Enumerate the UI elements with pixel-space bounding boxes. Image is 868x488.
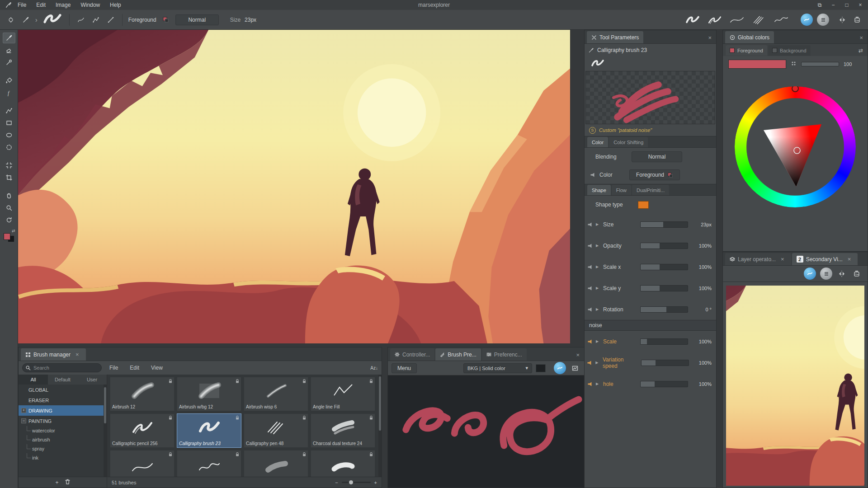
group-watercolor[interactable]: watercolor [19, 426, 107, 435]
brush-card[interactable]: Airbrush w/bg 12 [177, 377, 241, 411]
close-window-button[interactable]: × [857, 2, 863, 8]
opacity-slider[interactable] [640, 243, 688, 249]
color-stack-icon[interactable] [160, 14, 171, 25]
search-input[interactable] [22, 363, 102, 372]
sidebar-scrollbar[interactable] [104, 385, 107, 477]
expander-icon[interactable]: ▶ [596, 244, 600, 248]
group-painting[interactable]: −PAINTING [19, 416, 107, 426]
brush-card-selected[interactable]: Calligraphy brush 23 [177, 413, 241, 448]
sv-triangle[interactable] [750, 102, 840, 192]
group-ink[interactable]: ink [19, 453, 107, 462]
freehand-mode-icon[interactable] [75, 14, 86, 25]
menu-file[interactable]: File [13, 0, 31, 10]
tab-preferences[interactable]: Preferenc... [482, 348, 527, 361]
symmetry-setup-tool[interactable] [3, 142, 15, 153]
current-color-bar[interactable] [728, 60, 786, 69]
delete-group-icon[interactable] [65, 479, 70, 486]
swap-colors-icon[interactable]: ⇄ [859, 47, 865, 54]
ellipse-tool[interactable] [3, 130, 15, 141]
sort-icon[interactable]: Az↓ [370, 366, 378, 371]
scale-y-slider[interactable] [640, 285, 688, 291]
symmetry-icon[interactable] [837, 14, 848, 25]
close-icon[interactable]: × [857, 34, 865, 41]
input-mapping-icon[interactable] [586, 360, 593, 366]
tab-flow[interactable]: Flow [612, 185, 631, 195]
brush-card[interactable] [311, 450, 375, 477]
brush-preview-canvas[interactable] [388, 375, 584, 488]
rotation-slider[interactable] [640, 306, 688, 313]
scale-x-slider[interactable] [640, 264, 688, 270]
zoom-out-button[interactable]: − [335, 480, 338, 485]
maximize-window-button[interactable]: □ [844, 2, 850, 8]
value-slider[interactable] [801, 62, 839, 66]
tab-secondary-view[interactable]: 2 Secondary Vi... × [792, 253, 858, 265]
zoom-slider[interactable] [342, 482, 371, 483]
brush-card[interactable]: Airbrush 12 [110, 377, 175, 411]
favorite-brush-button-5[interactable] [772, 13, 790, 27]
close-icon[interactable]: × [574, 352, 582, 358]
size-value[interactable]: 23px [245, 17, 256, 23]
rotate-view-tool[interactable] [3, 215, 15, 225]
crop-tool[interactable] [3, 172, 15, 183]
preview-menu-button[interactable]: Menu [392, 363, 417, 373]
tab-brush-preview[interactable]: Brush Pre... [435, 348, 481, 361]
toolbar-overflow-icon[interactable] [5, 14, 16, 25]
blending-dropdown[interactable]: Normal [632, 151, 682, 162]
active-brush-stroke-preview[interactable] [42, 11, 63, 28]
color-source-dropdown[interactable]: Foreground [629, 169, 680, 180]
pan-view-tool[interactable] [3, 190, 15, 201]
straight-line-mode-icon[interactable] [105, 14, 116, 25]
expander-icon[interactable]: ▶ [596, 222, 600, 226]
expander-icon[interactable]: ▶ [596, 265, 600, 269]
expand-icon[interactable]: + [21, 408, 26, 413]
custom-input-row[interactable]: S Custom "patatoid noise" [585, 124, 716, 136]
tab-shape[interactable]: Shape [587, 185, 611, 195]
add-group-button[interactable]: + [55, 479, 58, 486]
scratchpad-button[interactable] [801, 14, 813, 26]
blend-jar-icon[interactable] [851, 268, 862, 279]
tab-dualprimitive[interactable]: DualPrimiti... [632, 185, 669, 195]
global-colors-tab[interactable]: Global colors [725, 31, 774, 43]
input-mapping-icon[interactable] [586, 339, 593, 344]
restore-window-button[interactable]: ⧉ [816, 2, 823, 8]
hue-marker[interactable] [792, 85, 799, 92]
bkg-color-swatch[interactable] [536, 364, 546, 372]
main-canvas[interactable] [18, 30, 570, 343]
noise-scale-slider[interactable] [640, 338, 688, 345]
bm-menu-view[interactable]: View [147, 365, 167, 371]
brush-card[interactable] [110, 450, 175, 477]
tab-foreground[interactable]: Foreground [726, 45, 767, 56]
favorite-brush-button-1[interactable] [684, 13, 702, 27]
eraser-tool[interactable] [3, 45, 15, 56]
menu-image[interactable]: Image [51, 0, 75, 10]
group-eraser[interactable]: ERASER [19, 395, 107, 405]
grid-scrollbar[interactable] [378, 375, 382, 477]
input-mapping-icon[interactable] [586, 286, 593, 291]
tab-default[interactable]: Default [48, 375, 77, 385]
shape-type-swatch[interactable] [638, 201, 649, 209]
brush-card[interactable] [244, 450, 308, 477]
menu-window[interactable]: Window [75, 0, 105, 10]
group-drawing[interactable]: +DRAWING [19, 405, 107, 416]
rectangle-tool[interactable] [3, 117, 15, 128]
expander-icon[interactable]: ▶ [596, 382, 600, 386]
lines-curves-tool[interactable] [3, 105, 15, 116]
brush-card[interactable]: Charcoal dual texture 24 [311, 413, 375, 448]
blend-jar-icon[interactable] [852, 14, 863, 25]
flood-fill-tool[interactable]: f [3, 87, 15, 98]
brush-card[interactable]: Calligraphy pen 48 [244, 413, 308, 448]
blend-mode-dropdown[interactable]: Normal [175, 14, 219, 25]
close-icon[interactable]: × [706, 34, 714, 41]
symmetry-icon[interactable] [836, 268, 847, 279]
close-icon[interactable]: × [73, 351, 81, 358]
favorite-brush-button-4[interactable] [750, 13, 768, 27]
collapse-icon[interactable]: − [21, 418, 26, 423]
group-airbrush[interactable]: airbrush [19, 435, 107, 444]
scratchpad-button[interactable] [554, 362, 566, 374]
input-mapping-icon[interactable] [586, 264, 593, 270]
expander-icon[interactable]: ▶ [595, 361, 600, 365]
expander-icon[interactable]: ▶ [596, 307, 600, 311]
expander-icon[interactable]: ▶ [596, 286, 600, 290]
swap-colors-icon[interactable]: ⇄ [12, 229, 15, 233]
input-mapping-icon[interactable] [586, 307, 593, 312]
